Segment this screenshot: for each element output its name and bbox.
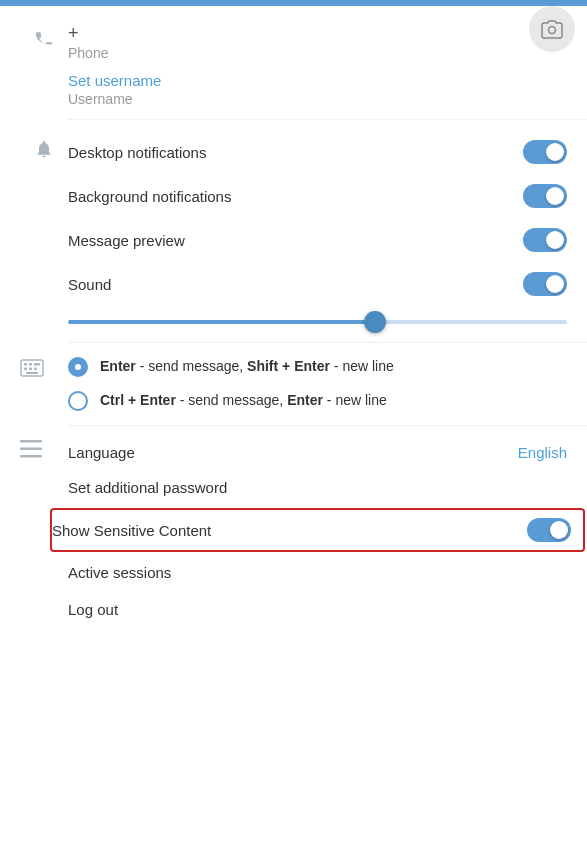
sensitive-content-row: Show Sensitive Content bbox=[50, 508, 585, 552]
ctrl-enter-option[interactable]: Ctrl + Enter - send message, Enter - new… bbox=[68, 391, 567, 411]
radio-options: Enter - send message, Shift + Enter - ne… bbox=[68, 357, 567, 411]
notifications-content: Desktop notifications Background notific… bbox=[68, 130, 567, 306]
svg-rect-5 bbox=[24, 368, 27, 371]
language-row[interactable]: Language English bbox=[68, 436, 567, 469]
sensitive-toggle[interactable] bbox=[527, 518, 571, 542]
sound-toggle[interactable] bbox=[523, 272, 567, 296]
logout-row[interactable]: Log out bbox=[68, 591, 567, 628]
set-username-link[interactable]: Set username bbox=[68, 72, 567, 89]
username-label: Username bbox=[68, 91, 567, 107]
enter-option[interactable]: Enter - send message, Shift + Enter - ne… bbox=[68, 357, 567, 377]
svg-rect-6 bbox=[29, 368, 32, 371]
sound-label: Sound bbox=[68, 276, 111, 293]
settings-list: + Phone Set username Username Desktop no… bbox=[0, 6, 587, 636]
keyboard-icon bbox=[20, 359, 68, 381]
sensitive-slider bbox=[527, 518, 571, 542]
language-value: English bbox=[518, 444, 567, 461]
sensitive-label: Show Sensitive Content bbox=[52, 522, 211, 539]
desktop-notif-label: Desktop notifications bbox=[68, 144, 206, 161]
enter-radio-circle bbox=[68, 357, 88, 377]
keyboard-section: Enter - send message, Shift + Enter - ne… bbox=[0, 345, 587, 423]
language-label: Language bbox=[68, 444, 135, 461]
bell-icon bbox=[20, 138, 68, 160]
desktop-notif-slider bbox=[523, 140, 567, 164]
ctrl-enter-option-text: Ctrl + Enter - send message, Enter - new… bbox=[100, 391, 387, 411]
phone-content: + Phone Set username Username bbox=[68, 24, 567, 107]
sensitive-highlight-wrapper: Show Sensitive Content bbox=[58, 508, 577, 552]
divider-2 bbox=[68, 342, 587, 343]
volume-slider[interactable] bbox=[68, 320, 567, 324]
sound-slider bbox=[523, 272, 567, 296]
active-sessions-row[interactable]: Active sessions bbox=[68, 554, 567, 591]
bg-notif-toggle[interactable] bbox=[523, 184, 567, 208]
enter-option-text: Enter - send message, Shift + Enter - ne… bbox=[100, 357, 394, 377]
desktop-notif-toggle[interactable] bbox=[523, 140, 567, 164]
message-preview-row: Message preview bbox=[68, 218, 567, 262]
svg-rect-2 bbox=[24, 363, 27, 366]
volume-slider-wrap bbox=[0, 306, 587, 340]
svg-rect-3 bbox=[29, 363, 32, 366]
sound-row: Sound bbox=[68, 262, 567, 306]
phone-icon bbox=[20, 28, 68, 50]
notifications-section: Desktop notifications Background notific… bbox=[0, 124, 587, 306]
svg-rect-10 bbox=[20, 440, 42, 443]
hamburger-icon bbox=[20, 440, 68, 462]
message-preview-slider bbox=[523, 228, 567, 252]
language-section: Language English Set additional password… bbox=[0, 428, 587, 636]
phone-label: Phone bbox=[68, 45, 108, 61]
set-password-row[interactable]: Set additional password bbox=[68, 469, 567, 506]
phone-plus: + bbox=[68, 24, 567, 42]
divider-3 bbox=[68, 425, 587, 426]
svg-rect-11 bbox=[20, 448, 42, 451]
svg-rect-12 bbox=[20, 455, 42, 458]
svg-rect-8 bbox=[37, 363, 40, 366]
divider-1 bbox=[68, 119, 587, 120]
ctrl-enter-radio-circle bbox=[68, 391, 88, 411]
bg-notif-slider bbox=[523, 184, 567, 208]
desktop-notif-row: Desktop notifications bbox=[68, 130, 567, 174]
svg-rect-4 bbox=[34, 363, 37, 366]
language-content: Language English Set additional password… bbox=[68, 436, 567, 628]
bg-notif-label: Background notifications bbox=[68, 188, 231, 205]
phone-section: + Phone Set username Username bbox=[0, 16, 587, 115]
message-preview-toggle[interactable] bbox=[523, 228, 567, 252]
svg-rect-7 bbox=[34, 368, 37, 371]
message-preview-label: Message preview bbox=[68, 232, 185, 249]
svg-rect-9 bbox=[26, 372, 38, 374]
bg-notif-row: Background notifications bbox=[68, 174, 567, 218]
